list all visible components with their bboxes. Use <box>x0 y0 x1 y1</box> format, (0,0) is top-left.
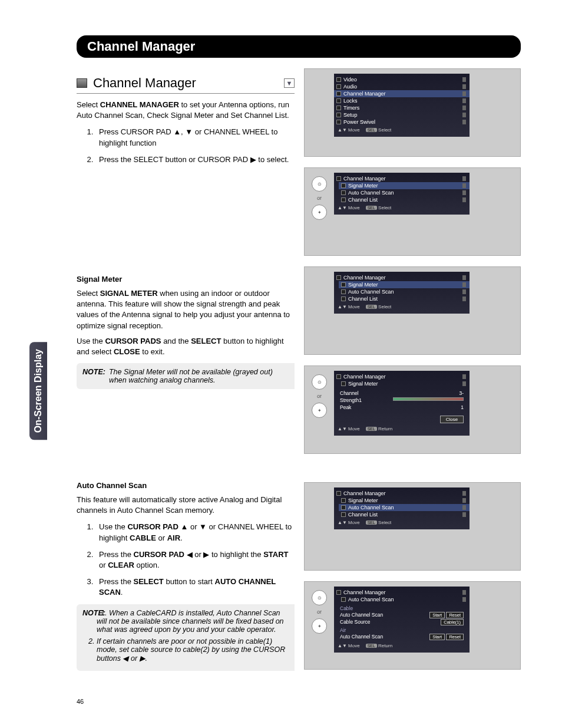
auto-p1: This feature will automatically store ac… <box>77 495 295 516</box>
section-header: Channel Manager ▼ <box>77 75 295 94</box>
screenshot-main-menu: Video Audio Channel Manager Locks Timers… <box>304 68 521 157</box>
screenshot-signal-meter: ⊙ or ✦ Channel Manager Signal Meter Chan… <box>304 365 521 454</box>
step: Use the CURSOR PAD ▲ or ▼ or CHANNEL WHE… <box>95 522 295 543</box>
signal-note: NOTE: The Signal Meter will not be avail… <box>77 363 295 389</box>
step: Press the CURSOR PAD ◀ or ▶ to highlight… <box>95 549 295 571</box>
dpad-icon: ✦ <box>312 403 327 418</box>
left-column: Channel Manager ▼ Select CHANNEL MANAGER… <box>77 68 295 680</box>
auto-scan-heading: Auto Channel Scan <box>77 481 295 490</box>
dpad-icon: ✦ <box>312 205 327 220</box>
signal-p1: Select SIGNAL METER when using an indoor… <box>77 288 295 331</box>
button-icon: ⊙ <box>312 176 327 192</box>
page-title-bar: Channel Manager <box>77 35 521 58</box>
right-column: Video Audio Channel Manager Locks Timers… <box>304 68 521 680</box>
button-icon: ⊙ <box>312 374 327 390</box>
side-tab: On-Screen Display <box>29 342 47 440</box>
dpad-icon: ✦ <box>312 618 327 634</box>
dropdown-arrow-icon: ▼ <box>284 78 295 88</box>
step: Press the SELECT button to start AUTO CH… <box>95 577 295 598</box>
intro-steps: Press CURSOR PAD ▲, ▼ or CHANNEL WHEEL t… <box>95 127 295 165</box>
screenshot-cm-menu: ⊙ or ✦ Channel Manager Signal Meter Auto… <box>304 167 521 256</box>
square-icon <box>77 78 87 88</box>
auto-steps: Use the CURSOR PAD ▲ or ▼ or CHANNEL WHE… <box>95 522 295 598</box>
step: Press CURSOR PAD ▲, ▼ or CHANNEL WHEEL t… <box>95 127 295 148</box>
screenshot-signal-menu: Channel Manager Signal Meter Auto Channe… <box>304 266 521 355</box>
auto-note: NOTE: When a CableCARD is installed, Aut… <box>77 604 295 671</box>
step: Press the SELECT button or CURSOR PAD ▶ … <box>95 154 295 165</box>
section-title: Channel Manager <box>93 75 196 91</box>
intro-paragraph: Select CHANNEL MANAGER to set your Anten… <box>77 100 295 121</box>
close-button: Close <box>440 416 464 423</box>
page-number: 46 <box>77 698 521 705</box>
button-icon: ⊙ <box>312 590 327 605</box>
signal-p2: Use the CURSOR PADS and the SELECT butto… <box>77 336 295 357</box>
signal-meter-heading: Signal Meter <box>77 275 295 284</box>
screenshot-auto-scan: ⊙ or ✦ Channel Manager Auto Channel Scan… <box>304 581 521 670</box>
screenshot-auto-menu: Channel Manager Signal Meter Auto Channe… <box>304 482 521 571</box>
